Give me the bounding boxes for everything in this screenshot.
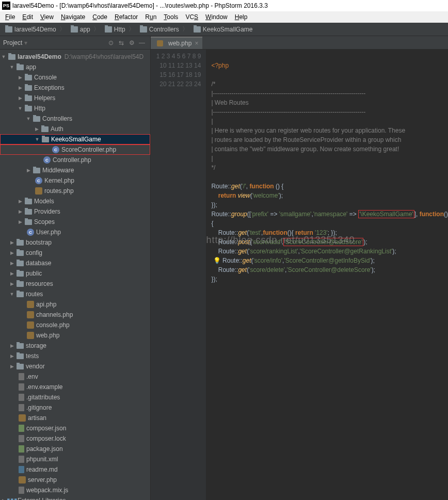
tree-gitattr[interactable]: .gitattributes — [0, 392, 150, 402]
tree-webpack[interactable]: webpack.mix.js — [0, 485, 150, 495]
menu-code[interactable]: Code — [89, 12, 110, 22]
folder-icon — [17, 281, 24, 287]
tree-scorecontroller[interactable]: ScoreController.php — [0, 144, 150, 155]
tree-providers[interactable]: ▶Providers — [0, 206, 150, 217]
tree-extlib[interactable]: ▶▮▮▮External Libraries — [0, 495, 150, 500]
tree-api[interactable]: api.php — [0, 299, 150, 310]
folder-icon — [17, 364, 24, 369]
project-tree[interactable]: ▼laravel54DemoD:\wamp64\vhost\laravel54D… — [0, 50, 150, 500]
scroll-icon[interactable]: ⇆ — [117, 38, 126, 47]
crumb-root[interactable]: laravel54Demo〉 — [3, 25, 69, 34]
tree-consolephp[interactable]: console.php — [0, 320, 150, 330]
menu-vcs[interactable]: VCS — [182, 12, 201, 22]
menu-refactor[interactable]: Refactor — [111, 12, 141, 22]
php-class-icon — [43, 156, 51, 164]
tree-resources[interactable]: ▶resources — [0, 279, 150, 289]
code-body[interactable]: http://blog.csdn.net/u013351340<?php /* … — [206, 50, 448, 500]
tree-public[interactable]: ▶public — [0, 268, 150, 279]
tree-routesphp[interactable]: routes.php — [0, 186, 150, 196]
file-icon — [19, 435, 24, 442]
tree-http[interactable]: ▼Http — [0, 103, 150, 114]
tree-gitign[interactable]: .gitignore — [0, 402, 150, 413]
file-icon — [19, 383, 24, 391]
menu-window[interactable]: Window — [202, 12, 231, 22]
tree-storage[interactable]: ▶storage — [0, 341, 150, 351]
tree-console[interactable]: ▶Console — [0, 72, 150, 83]
folder-icon — [17, 353, 24, 359]
tree-controllers[interactable]: ▼Controllers — [0, 114, 150, 124]
menu-view[interactable]: View — [37, 12, 57, 22]
folder-icon — [140, 26, 147, 33]
php-file-icon — [27, 321, 34, 329]
tree-channels[interactable]: channels.php — [0, 310, 150, 320]
close-icon[interactable]: × — [195, 40, 198, 47]
tree-config[interactable]: ▶config — [0, 248, 150, 258]
tree-root[interactable]: ▼laravel54DemoD:\wamp64\vhost\laravel54D — [0, 52, 150, 62]
collapse-icon[interactable]: ⊙ — [106, 38, 116, 47]
file-icon — [19, 404, 24, 411]
tree-keeko[interactable]: ▼KeekoSmallGame — [0, 134, 150, 144]
app-icon: PS — [2, 2, 10, 10]
tree-auth[interactable]: ▶Auth — [0, 124, 150, 134]
tree-helpers[interactable]: ▶Helpers — [0, 93, 150, 103]
crumb-keeko[interactable]: KeekoSmallGame — [191, 26, 255, 33]
tree-readme[interactable]: readme.md — [0, 464, 150, 475]
folder-icon — [17, 240, 24, 246]
menu-help[interactable]: Help — [232, 12, 251, 22]
tree-middleware[interactable]: ▶Middleware — [0, 165, 150, 175]
settings-icon[interactable]: ⚙ — [127, 38, 136, 47]
crumb-http[interactable]: Http〉 — [103, 25, 138, 34]
intention-bulb-icon[interactable]: 💡 — [213, 257, 221, 264]
hide-icon[interactable]: — — [137, 38, 147, 47]
menu-run[interactable]: Run — [142, 12, 159, 22]
tree-models[interactable]: ▶Models — [0, 196, 150, 206]
php-file-icon — [19, 476, 26, 483]
tree-userphp[interactable]: User.php — [0, 227, 150, 237]
crumb-controllers[interactable]: Controllers〉 — [138, 25, 191, 34]
folder-icon — [25, 75, 32, 80]
tree-bootstrap[interactable]: ▶bootstrap — [0, 237, 150, 248]
tree-kernel[interactable]: Kernel.php — [0, 175, 150, 186]
tree-app[interactable]: ▼app — [0, 62, 150, 72]
menu-edit[interactable]: Edit — [19, 12, 36, 22]
editor-tabs[interactable]: web.php × — [151, 36, 448, 50]
tree-envex[interactable]: .env.example — [0, 382, 150, 392]
tree-artisan[interactable]: artisan — [0, 413, 150, 423]
folder-icon — [17, 271, 24, 277]
menu-navigate[interactable]: Navigate — [58, 12, 88, 22]
php-file-icon — [27, 311, 34, 318]
tree-env[interactable]: .env — [0, 372, 150, 382]
menu-file[interactable]: File — [2, 12, 18, 22]
tree-phpunit[interactable]: phpunit.xml — [0, 454, 150, 464]
tree-tests[interactable]: ▶tests — [0, 351, 150, 361]
tree-webphp[interactable]: web.php — [0, 330, 150, 341]
main-menu[interactable]: File Edit View Navigate Code Refactor Ru… — [0, 11, 448, 23]
tab-webphp[interactable]: web.php × — [151, 37, 202, 49]
tree-vendor[interactable]: ▶vendor — [0, 361, 150, 372]
tree-complock[interactable]: composer.lock — [0, 433, 150, 444]
folder-icon — [17, 292, 24, 297]
chevron-down-icon[interactable]: ▾ — [24, 39, 27, 46]
tree-exceptions[interactable]: ▶Exceptions — [0, 83, 150, 93]
crumb-app[interactable]: app〉 — [69, 25, 103, 34]
file-icon — [19, 456, 24, 463]
menu-tools[interactable]: Tools — [161, 12, 181, 22]
php-file-icon — [157, 40, 163, 46]
code-editor[interactable]: 1 2 3 4 5 6 7 8 9 10 11 12 13 14 15 16 1… — [151, 50, 448, 500]
tree-serverphp[interactable]: server.php — [0, 475, 150, 485]
tree-compjson[interactable]: composer.json — [0, 423, 150, 433]
json-file-icon — [19, 445, 24, 453]
tree-scopes[interactable]: ▶Scopes — [0, 217, 150, 227]
folder-icon — [105, 26, 112, 33]
project-sidebar[interactable]: Project ▾ ⊙ ⇆ ⚙ — ▼laravel54DemoD:\wamp6… — [0, 36, 151, 500]
folder-icon — [17, 261, 24, 266]
folder-icon — [17, 64, 24, 70]
tree-routes[interactable]: ▼routes — [0, 289, 150, 299]
php-class-icon — [27, 229, 34, 236]
tree-pkgjson[interactable]: package.json — [0, 444, 150, 454]
file-icon — [19, 373, 24, 380]
breadcrumb-bar: laravel54Demo〉 app〉 Http〉 Controllers〉 K… — [0, 23, 448, 36]
tree-controllerphp[interactable]: Controller.php — [0, 155, 150, 165]
tree-database[interactable]: ▶database — [0, 258, 150, 268]
project-panel-header: Project ▾ ⊙ ⇆ ⚙ — — [0, 36, 150, 50]
